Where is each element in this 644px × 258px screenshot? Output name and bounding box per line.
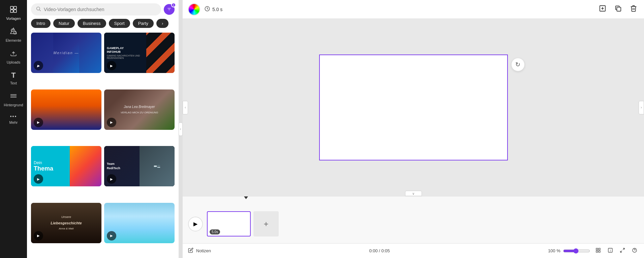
collapse-bottom-button[interactable]: ∨ — [405, 191, 422, 196]
notes-icon — [188, 248, 193, 254]
canvas-frame: ↻ — [319, 54, 508, 160]
play-icon-8: ▶ — [107, 231, 116, 241]
category-chips: Intro Natur Business Sport Party › — [27, 19, 179, 31]
svg-rect-19 — [617, 7, 621, 11]
timeline-clip[interactable]: 5.0s — [207, 211, 251, 236]
main-area: 5.0 s — [183, 0, 644, 258]
timeline: ▶ 5.0s + — [183, 196, 644, 243]
search-area: 1 — [27, 0, 179, 19]
template-card-dein-thema[interactable]: Dein Thema ▶ — [31, 146, 101, 186]
chip-intro[interactable]: Intro — [31, 19, 51, 28]
hintergrund-icon — [9, 92, 18, 102]
filter-badge: 1 — [171, 3, 176, 7]
vorlagen-icon — [9, 5, 18, 15]
clock-icon — [204, 6, 210, 13]
sidebar-item-elemente[interactable]: Elemente — [1, 25, 26, 45]
clip-duration-badge: 5.0s — [210, 229, 220, 234]
collapse-right-button[interactable]: › — [639, 101, 644, 114]
timecode-value: 0:00 / 0:05 — [369, 248, 390, 253]
mehr-icon: ••• — [10, 114, 17, 119]
play-icon-5: ▶ — [34, 174, 43, 184]
duration-value: 5.0 s — [212, 7, 222, 12]
template-panel: 1 Intro Natur Business Sport Party › Mer… — [27, 0, 179, 258]
notes-label: Notizen — [196, 248, 211, 253]
svg-rect-21 — [599, 248, 600, 250]
template-card-gameplay[interactable]: GAMEPLAYINFOHUB GAMING NACHRICHTEN UNDRE… — [104, 33, 175, 73]
svg-rect-0 — [10, 6, 13, 9]
sidebar-item-text[interactable]: T Text — [1, 68, 26, 88]
playhead-triangle — [244, 196, 248, 199]
template-grid: Meridian — ▶ GAMEPLAYINFOHUB GAMING NACH… — [27, 31, 179, 258]
chip-sport[interactable]: Sport — [109, 19, 130, 28]
chip-business[interactable]: Business — [78, 19, 106, 28]
refresh-button[interactable]: ↻ — [511, 58, 525, 71]
sidebar-item-label-elemente: Elemente — [6, 38, 21, 42]
sidebar-item-mehr[interactable]: ••• Mehr — [1, 111, 26, 127]
search-bar[interactable] — [31, 3, 161, 15]
trash-button[interactable] — [628, 3, 639, 15]
sidebar-item-vorlagen[interactable]: Vorlagen — [1, 3, 26, 23]
text-icon: T — [11, 71, 16, 80]
grid-view-button[interactable] — [594, 246, 602, 256]
help-button[interactable] — [631, 246, 639, 256]
search-input[interactable] — [44, 7, 156, 12]
svg-rect-2 — [10, 10, 13, 12]
add-clip-button[interactable]: + — [253, 211, 279, 236]
play-icon-7: ▶ — [34, 231, 43, 241]
sidebar-item-label-vorlagen: Vorlagen — [6, 16, 21, 21]
sidebar-nav: Vorlagen Elemente Uploads T Text — [0, 0, 27, 258]
pages-button[interactable]: 1 — [606, 246, 614, 256]
play-icon-4: ▶ — [107, 118, 116, 127]
top-bar-left: 5.0 s — [188, 3, 222, 15]
duration-display: 5.0 s — [204, 6, 222, 13]
bottom-bar-right: 100 % 1 — [548, 246, 639, 256]
top-bar-right — [597, 3, 639, 15]
top-bar: 5.0 s — [183, 0, 644, 19]
uploads-icon — [9, 49, 18, 59]
new-button[interactable] — [597, 3, 608, 15]
elemente-icon — [9, 27, 18, 37]
sidebar-item-uploads[interactable]: Uploads — [1, 46, 26, 67]
timeline-track: 5.0s + — [207, 211, 639, 236]
svg-rect-23 — [599, 251, 600, 252]
timeline-content: ▶ 5.0s + — [183, 205, 644, 243]
sidebar-item-label-text: Text — [10, 81, 17, 85]
chip-natur[interactable]: Natur — [53, 19, 75, 28]
play-icon-3: ▶ — [34, 118, 43, 127]
chip-party[interactable]: Party — [133, 19, 154, 28]
fullscreen-button[interactable] — [618, 246, 626, 256]
template-card-meridian[interactable]: Meridian — ▶ — [31, 33, 101, 73]
timecode-display: 0:00 / 0:05 — [216, 248, 543, 253]
filter-button[interactable]: 1 — [164, 4, 175, 15]
svg-text:1: 1 — [610, 249, 611, 251]
panel-divider[interactable]: ‹ — [179, 0, 183, 258]
color-picker-button[interactable] — [188, 3, 200, 15]
svg-rect-20 — [596, 248, 598, 250]
search-icon — [36, 6, 41, 13]
timeline-header — [183, 196, 644, 205]
template-card-sky[interactable]: ▶ — [104, 203, 175, 243]
svg-rect-22 — [596, 251, 598, 252]
template-card-jana[interactable]: Jana Lea BreitmayerVERLAG MICH ZU ORDNUN… — [104, 89, 175, 130]
template-card-liebesgeschichte[interactable]: Unsere Liebesgeschichte Anna & Matt ▶ — [31, 203, 101, 243]
sidebar-item-hintergrund[interactable]: Hintergrund — [1, 89, 26, 110]
copy-button[interactable] — [613, 3, 623, 15]
template-card-team-reditech[interactable]: ⌨️💻 TeamRediTech ▶ — [104, 146, 175, 186]
svg-line-26 — [623, 248, 624, 250]
svg-line-27 — [620, 251, 622, 252]
play-icon-2: ▶ — [107, 61, 116, 70]
play-button[interactable]: ▶ — [188, 217, 203, 231]
play-icon-main: ▶ — [193, 221, 197, 227]
chip-more[interactable]: › — [156, 19, 168, 28]
collapse-left-button[interactable]: ‹ — [183, 101, 188, 114]
collapse-panel-button[interactable]: ‹ — [179, 122, 183, 136]
svg-point-10 — [37, 7, 40, 10]
zoom-slider[interactable] — [563, 248, 590, 254]
canvas-area: ‹ ↻ ∨ › — [183, 19, 644, 196]
svg-line-11 — [39, 10, 41, 11]
zoom-percent: 100 % — [548, 248, 560, 253]
template-card-sunset[interactable]: ▶ — [31, 89, 101, 130]
play-icon: ▶ — [34, 61, 43, 70]
sidebar-item-label-mehr: Mehr — [9, 120, 18, 124]
zoom-control: 100 % — [548, 248, 590, 254]
